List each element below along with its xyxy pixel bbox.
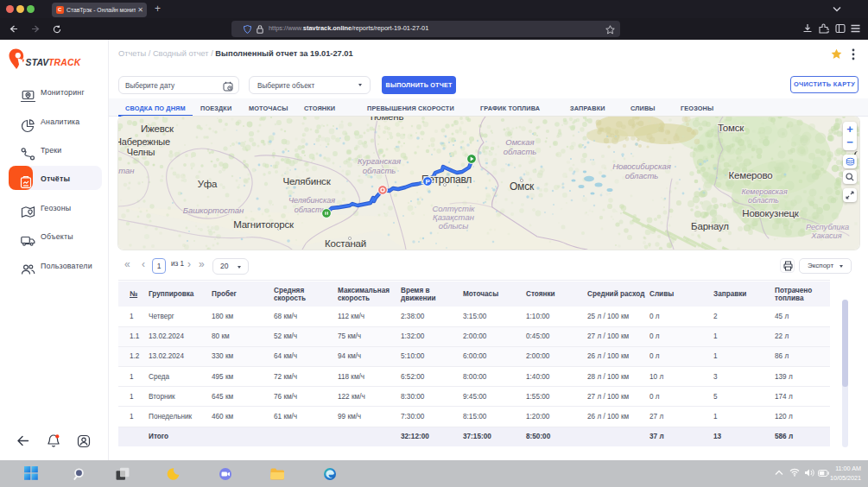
svg-text:Башкортостан: Башкортостан bbox=[183, 206, 244, 215]
svg-text:P: P bbox=[426, 178, 431, 186]
svg-text:область: область bbox=[363, 166, 396, 175]
svg-text:область: область bbox=[748, 196, 779, 205]
svg-text:Новосибирская: Новосибирская bbox=[612, 161, 671, 171]
svg-text:Набережные: Набережные bbox=[118, 136, 170, 147]
svg-text:Ижевск: Ижевск bbox=[141, 123, 174, 134]
svg-text:Курганская: Курганская bbox=[358, 156, 401, 166]
svg-text:стан: стан bbox=[118, 166, 135, 175]
svg-text:Барнаул: Барнаул bbox=[691, 221, 729, 231]
svg-text:область: область bbox=[625, 171, 659, 180]
svg-text:Магнитогорск: Магнитогорск bbox=[233, 219, 295, 230]
svg-text:Омская: Омская bbox=[505, 137, 534, 147]
svg-text:Кемерово: Кемерово bbox=[729, 170, 773, 180]
svg-text:TRACK: TRACK bbox=[48, 58, 82, 67]
svg-text:область: область bbox=[504, 147, 537, 156]
svg-text:STAV: STAV bbox=[26, 58, 50, 67]
svg-text:область: область bbox=[295, 206, 326, 214]
svg-text:облысы: облысы bbox=[439, 221, 469, 231]
svg-text:Хакасия: Хакасия bbox=[810, 231, 841, 240]
svg-text:Томск: Томск bbox=[718, 123, 744, 133]
svg-text:Челябинская: Челябинская bbox=[288, 196, 335, 205]
svg-text:Кемеровская: Кемеровская bbox=[741, 187, 788, 196]
svg-text:Челябинск: Челябинск bbox=[283, 176, 332, 187]
svg-text:Костанай: Костанай bbox=[325, 238, 366, 249]
svg-text:Тюмень: Тюмень bbox=[369, 117, 404, 122]
svg-text:Челны: Челны bbox=[127, 147, 155, 157]
svg-text:Уфа: Уфа bbox=[198, 179, 218, 189]
svg-text:Республика: Республика bbox=[806, 223, 849, 231]
svg-text:Новокузнецк: Новокузнецк bbox=[742, 208, 800, 218]
svg-text:Омск: Омск bbox=[510, 180, 535, 193]
